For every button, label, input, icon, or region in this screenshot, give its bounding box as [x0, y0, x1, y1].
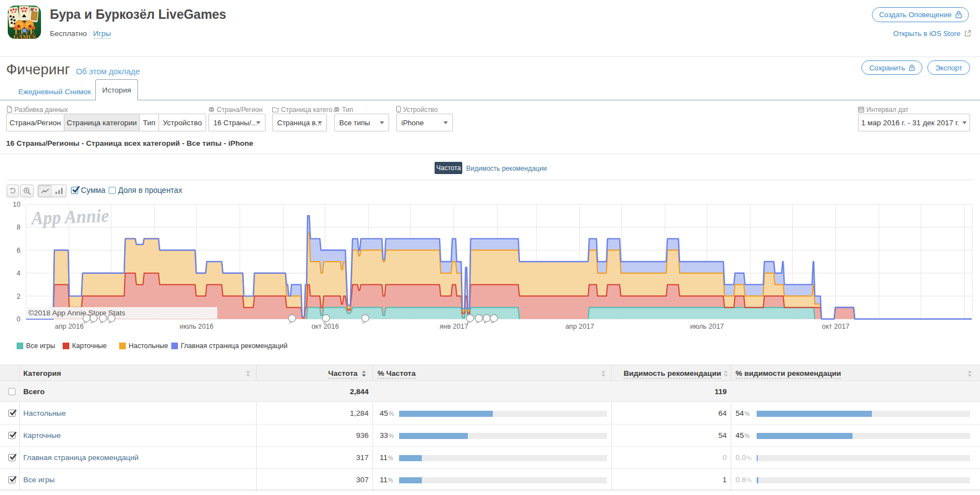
svg-text:2: 2 [17, 293, 21, 300]
svg-text:апр 2016: апр 2016 [55, 323, 84, 330]
svg-text:июль 2017: июль 2017 [690, 323, 724, 330]
svg-text:App Annie: App Annie [30, 205, 109, 228]
svg-text:4: 4 [17, 269, 21, 277]
svg-text:янв 2017: янв 2017 [440, 323, 468, 330]
svg-text:6: 6 [17, 247, 21, 254]
svg-text:GAMES: GAMES [13, 33, 35, 39]
svg-text:апр 2017: апр 2017 [565, 323, 594, 330]
svg-text:июль 2016: июль 2016 [180, 323, 213, 330]
svg-text:10: 10 [13, 201, 21, 208]
svg-text:8: 8 [17, 223, 21, 231]
svg-text:окт 2017: окт 2017 [822, 323, 850, 330]
svg-text:0: 0 [17, 315, 21, 323]
svg-text:окт 2016: окт 2016 [312, 323, 339, 330]
